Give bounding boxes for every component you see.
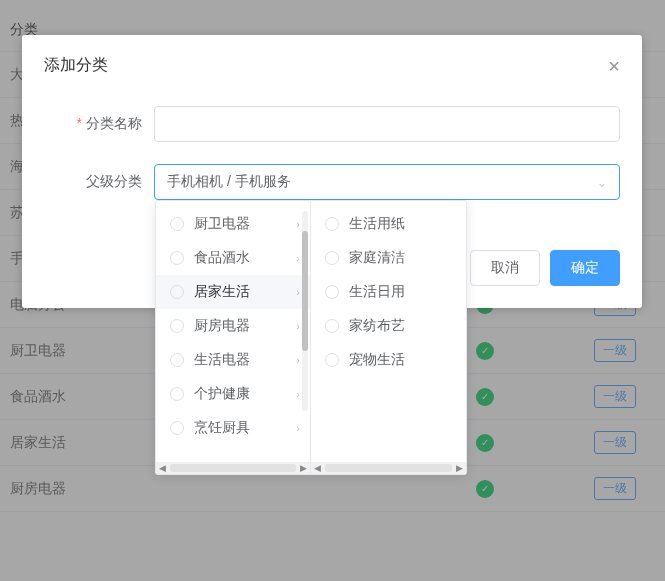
cascader-item-label: 生活用纸 xyxy=(349,215,456,233)
cascader-item-label: 烹饪厨具 xyxy=(194,419,292,437)
cancel-button[interactable]: 取消 xyxy=(470,250,540,286)
cascader-item-label: 食品酒水 xyxy=(194,249,292,267)
cascader-item[interactable]: 个护健康› xyxy=(156,377,310,411)
radio-icon[interactable] xyxy=(170,387,184,401)
cascader-item-label: 个护健康 xyxy=(194,385,292,403)
cascader-item[interactable]: 宠物生活 xyxy=(311,343,466,377)
cascader-item-label: 家庭清洁 xyxy=(349,249,456,267)
cascader-item[interactable]: 家纺布艺 xyxy=(311,309,466,343)
cascader-item[interactable]: 居家生活› xyxy=(156,275,310,309)
required-mark: * xyxy=(77,115,82,131)
radio-icon[interactable] xyxy=(170,251,184,265)
name-label: *分类名称 xyxy=(44,115,154,133)
radio-icon[interactable] xyxy=(170,421,184,435)
cascader-item-label: 生活电器 xyxy=(194,351,292,369)
cascader-item-label: 厨房电器 xyxy=(194,317,292,335)
vertical-scrollbar[interactable] xyxy=(302,211,308,411)
form-row-name: *分类名称 xyxy=(44,106,620,142)
chevron-right-icon: › xyxy=(296,218,300,230)
chevron-right-icon: › xyxy=(296,388,300,400)
chevron-down-icon: ⌃ xyxy=(597,175,607,189)
cascader-column-1[interactable]: 厨卫电器›食品酒水›居家生活›厨房电器›生活电器›个护健康›烹饪厨具›家装建材›… xyxy=(156,201,311,474)
modal-title: 添加分类 xyxy=(44,55,108,76)
cascader-item-label: 宠物生活 xyxy=(349,351,456,369)
parent-label: 父级分类 xyxy=(44,173,154,191)
category-name-input[interactable] xyxy=(154,106,620,142)
radio-icon[interactable] xyxy=(170,217,184,231)
cascader-item-label: 厨卫电器 xyxy=(194,215,292,233)
radio-icon[interactable] xyxy=(325,353,339,367)
cascader-item[interactable]: 食品酒水› xyxy=(156,241,310,275)
parent-category-cascader[interactable]: 手机相机 / 手机服务 ⌃ xyxy=(154,164,620,200)
close-icon[interactable]: × xyxy=(608,56,620,76)
cascader-item-label: 家纺布艺 xyxy=(349,317,456,335)
modal-header: 添加分类 × xyxy=(44,55,620,76)
radio-icon[interactable] xyxy=(325,319,339,333)
cascader-item-label: 居家生活 xyxy=(194,283,292,301)
radio-icon[interactable] xyxy=(170,285,184,299)
horizontal-scrollbar[interactable]: ◀▶ xyxy=(311,462,466,474)
cascader-selected-text: 手机相机 / 手机服务 xyxy=(167,173,291,191)
horizontal-scrollbar[interactable]: ◀▶ xyxy=(156,462,310,474)
cascader-item[interactable]: 家装建材› xyxy=(156,445,310,447)
cascader-item[interactable]: 生活日用 xyxy=(311,275,466,309)
cascader-item[interactable]: 厨卫电器› xyxy=(156,207,310,241)
radio-icon[interactable] xyxy=(325,285,339,299)
confirm-button[interactable]: 确定 xyxy=(550,250,620,286)
radio-icon[interactable] xyxy=(170,353,184,367)
cascader-item[interactable]: 厨房电器› xyxy=(156,309,310,343)
form-row-parent: 父级分类 手机相机 / 手机服务 ⌃ xyxy=(44,164,620,200)
chevron-right-icon: › xyxy=(296,286,300,298)
cascader-item[interactable]: 家庭清洁 xyxy=(311,241,466,275)
chevron-right-icon: › xyxy=(296,354,300,366)
cascader-item[interactable]: 生活用纸 xyxy=(311,207,466,241)
cascader-column-2[interactable]: 生活用纸家庭清洁生活日用家纺布艺宠物生活 ◀▶ xyxy=(311,201,466,474)
cascader-dropdown: 厨卫电器›食品酒水›居家生活›厨房电器›生活电器›个护健康›烹饪厨具›家装建材›… xyxy=(155,200,467,475)
cascader-item[interactable]: 烹饪厨具› xyxy=(156,411,310,445)
chevron-right-icon: › xyxy=(296,320,300,332)
radio-icon[interactable] xyxy=(170,319,184,333)
cascader-item-label: 生活日用 xyxy=(349,283,456,301)
chevron-right-icon: › xyxy=(296,252,300,264)
chevron-right-icon: › xyxy=(296,422,300,434)
cascader-item[interactable]: 生活电器› xyxy=(156,343,310,377)
radio-icon[interactable] xyxy=(325,251,339,265)
radio-icon[interactable] xyxy=(325,217,339,231)
